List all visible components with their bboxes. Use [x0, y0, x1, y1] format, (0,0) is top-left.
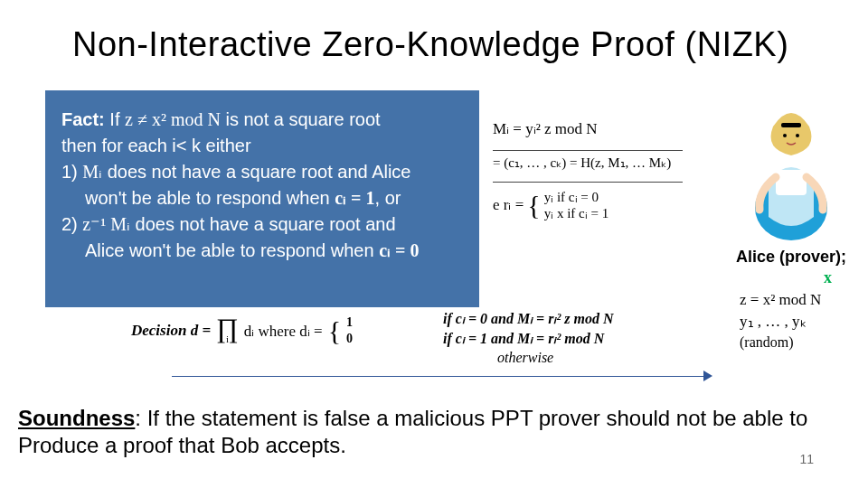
- decision-case0: 0: [346, 331, 353, 347]
- soundness-body: : If the statement is false a malicious …: [18, 406, 807, 457]
- eq-r-case0: yᵢ if cᵢ = 0: [544, 189, 609, 205]
- condition-block: if cᵢ = 0 and Mᵢ = rᵢ² z mod N if cᵢ = 1…: [443, 309, 613, 368]
- protocol-column: Mᵢ = yᵢ² z mod N = (c₁, … , cₖ) = H(z, M…: [493, 117, 737, 234]
- fact-item1-math: Mᵢ: [82, 162, 102, 182]
- fact-item1a: 1): [61, 162, 82, 182]
- fact-item2a: 2): [61, 214, 82, 234]
- divider-1: [493, 150, 683, 151]
- arrow-head-icon: [703, 371, 712, 381]
- cond-c1: if cᵢ = 1 and Mᵢ = rᵢ² mod N: [443, 331, 604, 346]
- eq-m: Mᵢ = yᵢ² z mod N: [493, 117, 737, 141]
- alice-y: y₁ , … , yₖ: [740, 311, 850, 333]
- eq-r-prefix: e rᵢ =: [493, 193, 524, 217]
- page-number: 11: [799, 452, 814, 466]
- fact-line1b: is not a square root: [221, 109, 381, 129]
- alice-random: (random): [740, 333, 850, 352]
- alice-panel: Alice (prover); x z = x² mod N y₁ , … , …: [732, 90, 850, 352]
- fact-item2-cond: cᵢ = 0: [379, 240, 419, 260]
- svg-rect-1: [776, 170, 807, 195]
- alice-z: z = x² mod N: [740, 289, 850, 311]
- alice-x: x: [824, 268, 832, 286]
- eq-r-case1: yᵢ x if cᵢ = 1: [544, 205, 609, 221]
- fact-item1b: does not have a square root and Alice: [102, 162, 410, 182]
- cond-c0: if cᵢ = 0 and Mᵢ = rᵢ² z mod N: [443, 311, 613, 326]
- fact-box: Fact: If z ≠ x² mod N is not a square ro…: [45, 90, 479, 307]
- svg-point-4: [783, 134, 787, 137]
- decision-text: Decision d =: [131, 322, 211, 339]
- cond-otherwise: otherwise: [497, 350, 553, 365]
- svg-point-5: [796, 134, 799, 137]
- fact-item2c: Alice won't be able to respond when: [85, 240, 379, 260]
- decision-equation: Decision d = ∏ i dᵢ where dᵢ = { 1 0: [131, 314, 353, 347]
- fact-item2b: does not have a square root and: [130, 214, 396, 234]
- fact-label: Fact:: [61, 109, 105, 129]
- fact-item2-math: z⁻¹ Mᵢ: [82, 214, 130, 234]
- soundness-label: Soundness: [18, 406, 135, 430]
- arrow-line: [172, 376, 705, 377]
- brace-icon: {: [527, 184, 540, 225]
- decision-case1: 1: [346, 314, 353, 331]
- fact-item1-cond: cᵢ = 1: [335, 188, 374, 208]
- divider-2: [493, 182, 683, 183]
- product-operator-icon: ∏ i: [216, 320, 239, 343]
- alice-character-icon: [741, 90, 841, 244]
- fact-line1-math: z ≠ x² mod N: [125, 109, 221, 129]
- soundness-text: Soundness: If the statement is false a m…: [18, 405, 850, 459]
- brace-icon-2: {: [328, 315, 341, 346]
- slide-title: Non-Interactive Zero-Knowledge Proof (NI…: [0, 0, 868, 64]
- fact-item1c: won't be able to respond when: [85, 188, 335, 208]
- fact-line1a: If: [105, 109, 125, 129]
- eq-h: = (c₁, … , cₖ) = H(z, M₁, … Mₖ): [493, 153, 737, 174]
- fact-item1d: , or: [375, 188, 401, 208]
- svg-rect-3: [781, 123, 801, 127]
- decision-mid: dᵢ where dᵢ =: [244, 322, 323, 341]
- fact-line2: then for each i< k either: [61, 133, 467, 159]
- alice-label: Alice (prover);: [732, 248, 850, 267]
